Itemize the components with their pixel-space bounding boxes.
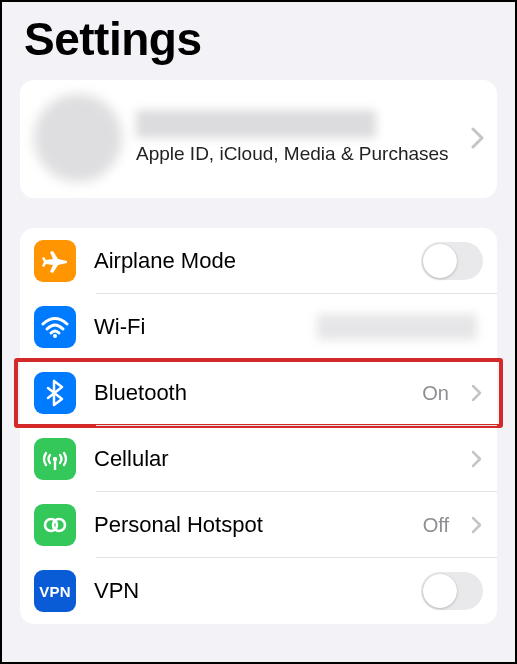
wifi-row[interactable]: Wi-Fi (20, 294, 497, 360)
personal-hotspot-row[interactable]: Personal Hotspot Off (20, 492, 497, 558)
bluetooth-row[interactable]: Bluetooth On (20, 360, 497, 426)
profile-name-redacted (136, 110, 376, 138)
apple-id-row[interactable]: Apple ID, iCloud, Media & Purchases (20, 80, 497, 198)
chevron-right-icon (471, 516, 483, 534)
cellular-icon (34, 438, 76, 480)
airplane-icon (34, 240, 76, 282)
vpn-row[interactable]: VPN VPN (20, 558, 497, 624)
bluetooth-icon (34, 372, 76, 414)
row-value: On (422, 382, 449, 405)
vpn-toggle[interactable] (421, 572, 483, 610)
wifi-value-redacted (317, 314, 477, 340)
airplane-toggle[interactable] (421, 242, 483, 280)
svg-point-4 (53, 519, 65, 531)
svg-rect-2 (54, 459, 56, 470)
row-label: Wi-Fi (94, 314, 299, 340)
wifi-icon (34, 306, 76, 348)
chevron-right-icon (471, 450, 483, 468)
row-value: Off (423, 514, 449, 537)
airplane-mode-row[interactable]: Airplane Mode (20, 228, 497, 294)
row-label: Personal Hotspot (94, 512, 405, 538)
chevron-right-icon (471, 127, 485, 149)
avatar (34, 94, 122, 182)
svg-point-0 (53, 334, 57, 338)
hotspot-icon (34, 504, 76, 546)
profile-subtitle: Apple ID, iCloud, Media & Purchases (136, 142, 457, 167)
profile-text: Apple ID, iCloud, Media & Purchases (136, 110, 457, 167)
row-label: Cellular (94, 446, 453, 472)
page-title: Settings (2, 2, 515, 80)
chevron-right-icon (471, 384, 483, 402)
row-label: VPN (94, 578, 403, 604)
row-label: Bluetooth (94, 380, 404, 406)
cellular-row[interactable]: Cellular (20, 426, 497, 492)
vpn-icon: VPN (34, 570, 76, 612)
row-label: Airplane Mode (94, 248, 403, 274)
settings-list: Airplane Mode Wi-Fi Bluetooth On (20, 228, 497, 624)
